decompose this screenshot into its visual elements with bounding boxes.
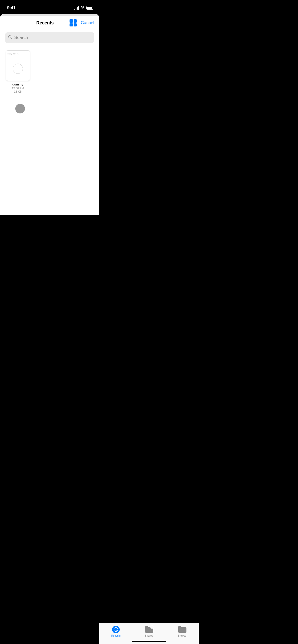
file-name: dummy [12, 82, 23, 86]
wifi-icon [80, 6, 85, 10]
nav-header: Recents Cancel [0, 16, 99, 30]
spinner-area [0, 96, 99, 113]
signal-icon [74, 6, 79, 10]
file-grid: Dummy PDF file dummy 12:00 PM 13 KB [0, 47, 99, 96]
file-item[interactable]: Dummy PDF file dummy 12:00 PM 13 KB [5, 50, 31, 93]
loading-spinner [15, 104, 25, 113]
status-bar: 9:41 [0, 0, 99, 13]
file-header-area: Dummy PDF file [6, 51, 30, 57]
search-placeholder: Search [14, 35, 91, 40]
nav-right-actions: Cancel [70, 19, 94, 26]
cancel-button[interactable]: Cancel [81, 20, 94, 25]
grid-view-button[interactable] [70, 19, 77, 26]
battery-icon [86, 6, 94, 10]
file-size: 13 KB [14, 90, 22, 93]
search-bar[interactable]: Search [5, 32, 94, 43]
sheet-handle [0, 14, 99, 16]
file-header-text: Dummy PDF file [8, 53, 21, 55]
main-sheet: Recents Cancel Sear [0, 14, 99, 215]
file-circle-preview [13, 64, 23, 74]
status-time: 9:41 [7, 5, 16, 10]
search-icon [8, 35, 12, 40]
status-icons [74, 6, 94, 10]
nav-title: Recents [36, 20, 54, 26]
file-thumbnail: Dummy PDF file [6, 50, 30, 81]
file-date: 12:00 PM [12, 87, 24, 90]
file-body [6, 57, 30, 81]
search-container: Search [0, 30, 99, 47]
